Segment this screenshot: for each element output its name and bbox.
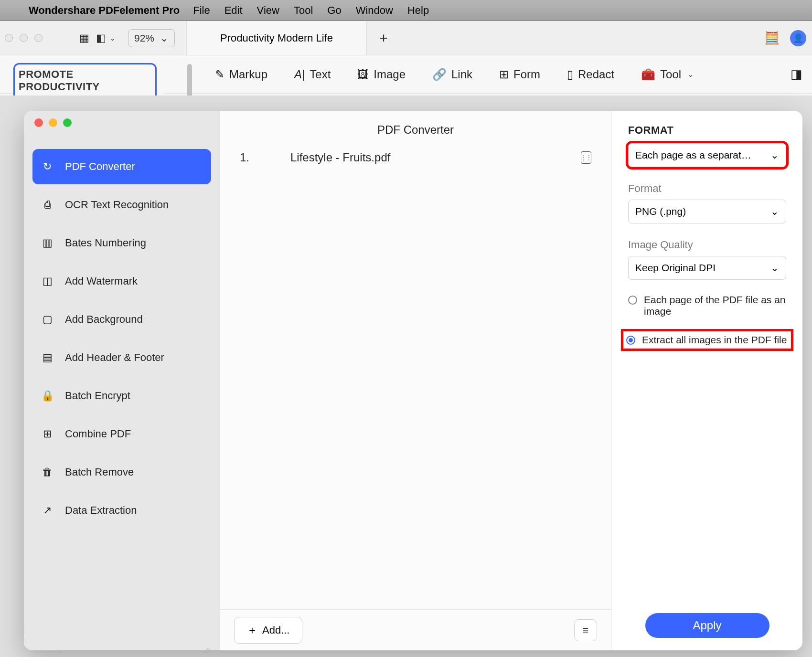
trash-icon: 🗑 (41, 466, 53, 478)
page-range-icon[interactable]: ⋮⋮ (581, 151, 591, 164)
sidebar-item-watermark[interactable]: ◫Add Watermark (32, 264, 211, 299)
file-row[interactable]: 1. Lifestyle - Fruits.pdf ⋮⋮ (220, 151, 611, 164)
modal-traffic-lights (24, 118, 220, 146)
sidebar-item-pdf-converter[interactable]: ↻PDF Converter (32, 149, 211, 184)
bates-icon: ▥ (41, 237, 53, 249)
sidebar-item-bates[interactable]: ▥Bates Numbering (32, 225, 211, 261)
background-icon: ▢ (41, 313, 53, 326)
zoom-dot-icon[interactable] (63, 118, 72, 127)
apply-button[interactable]: Apply (645, 613, 769, 638)
sidebar-item-encrypt[interactable]: 🔒Batch Encrypt (32, 378, 211, 413)
chevron-down-icon: ⌄ (770, 149, 779, 161)
sidebar-item-ocr[interactable]: ⎙OCR Text Recognition (32, 187, 211, 223)
minimize-dot-icon[interactable] (49, 118, 57, 127)
format-label: Format (628, 182, 786, 195)
more-menu-button[interactable]: ≡ (574, 619, 597, 641)
collapse-chevrons-icon[interactable]: « (205, 644, 209, 655)
hamburger-icon: ≡ (583, 624, 589, 636)
modal-right-panel: FORMAT Each page as a separat… ⌄ Format … (611, 111, 802, 650)
file-index: 1. (240, 151, 268, 164)
sidebar-item-header-footer[interactable]: ▤Add Header & Footer (32, 340, 211, 375)
format-value: PNG (.png) (635, 206, 686, 217)
add-file-button[interactable]: ＋ Add... (234, 617, 302, 644)
format-heading: FORMAT (628, 124, 786, 137)
mode-dropdown[interactable]: Each page as a separat… ⌄ (628, 143, 786, 167)
format-dropdown[interactable]: PNG (.png) ⌄ (628, 200, 786, 223)
radio-each-page[interactable]: Each page of the PDF file as an image (628, 292, 786, 319)
extract-icon: ↗ (41, 504, 53, 517)
sidebar-item-extraction[interactable]: ↗Data Extraction (32, 493, 211, 528)
sidebar-item-remove[interactable]: 🗑Batch Remove (32, 455, 211, 490)
radio-icon (628, 296, 637, 305)
chevron-down-icon: ⌄ (770, 206, 779, 217)
modal-title: PDF Converter (220, 111, 611, 151)
watermark-icon: ◫ (41, 275, 53, 287)
quality-label: Image Quality (628, 239, 786, 251)
quality-dropdown[interactable]: Keep Original DPI ⌄ (628, 256, 786, 280)
radio-selected-icon (626, 336, 635, 345)
ocr-icon: ⎙ (41, 199, 53, 211)
modal-sidebar: ↻PDF Converter ⎙OCR Text Recognition ▥Ba… (24, 111, 220, 650)
mode-value: Each page as a separat… (635, 149, 751, 161)
plus-icon: ＋ (247, 623, 257, 637)
combine-icon: ⊞ (41, 428, 53, 440)
file-name: Lifestyle - Fruits.pdf (290, 151, 390, 164)
quality-value: Keep Original DPI (635, 262, 716, 274)
pdf-converter-modal: ↻PDF Converter ⎙OCR Text Recognition ▥Ba… (24, 111, 802, 650)
chevron-down-icon: ⌄ (770, 262, 779, 274)
modal-center-panel: PDF Converter 1. Lifestyle - Fruits.pdf … (220, 111, 611, 650)
sidebar-item-combine[interactable]: ⊞Combine PDF (32, 416, 211, 452)
convert-icon: ↻ (41, 160, 53, 173)
lock-icon: 🔒 (41, 390, 53, 402)
header-footer-icon: ▤ (41, 351, 53, 364)
modal-bottom-bar: ＋ Add... ≡ (220, 609, 611, 650)
close-dot-icon[interactable] (34, 118, 43, 127)
radio-extract-images[interactable]: Extract all images in the PDF file (623, 331, 791, 349)
sidebar-item-background[interactable]: ▢Add Background (32, 302, 211, 337)
